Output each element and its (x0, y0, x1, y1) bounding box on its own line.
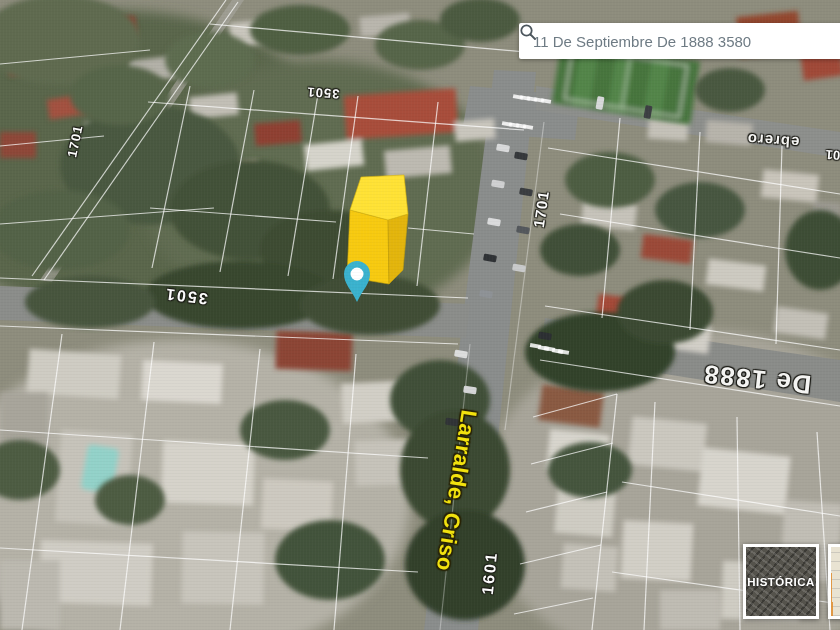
search-icon (519, 23, 537, 41)
map-viewport[interactable]: Larralde, Criso De 1888 ebrero 3501 3501… (0, 0, 840, 630)
search-input[interactable] (531, 32, 840, 51)
next-layer-thumbnail[interactable] (828, 544, 840, 619)
search-bar (519, 23, 840, 59)
historic-layer-label: HISTÓRICA (747, 576, 815, 588)
satellite-imagery (0, 0, 840, 630)
historic-layer-button[interactable]: HISTÓRICA (743, 544, 819, 619)
